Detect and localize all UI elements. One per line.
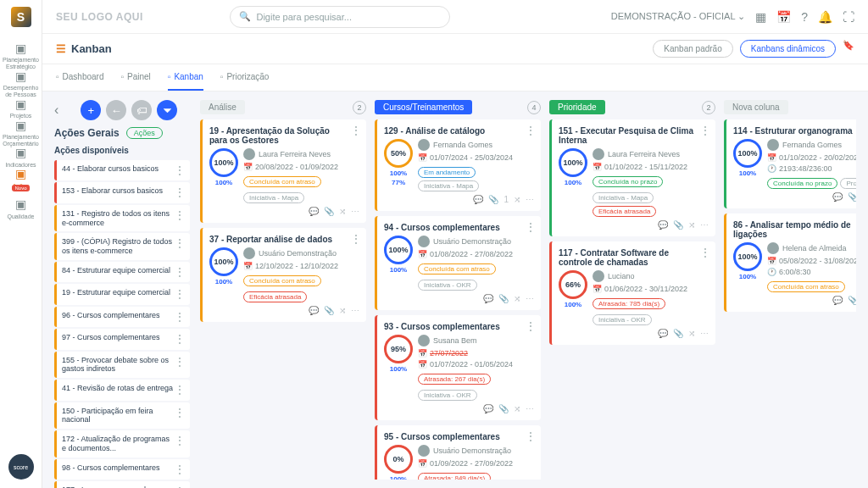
tab[interactable]: ▫Dashboard: [56, 64, 103, 91]
action-item[interactable]: 131 - Registro de todos os itens e-comme…: [54, 205, 190, 232]
add-button[interactable]: +: [81, 100, 101, 120]
comment-icon[interactable]: 💬: [309, 306, 319, 315]
sidebar-item[interactable]: ▣Planejamento Orçamentário: [0, 119, 42, 147]
account-selector[interactable]: DEMONSTRAÇÃO - OFICIAL ⌄: [611, 11, 745, 22]
fullscreen-icon[interactable]: ⛶: [843, 10, 854, 24]
attach-icon[interactable]: 📎: [498, 404, 509, 413]
kanban-card[interactable]: ⋮114 - Estruturar organograma100%100%Fer…: [724, 119, 856, 208]
more-icon[interactable]: ⋮: [175, 333, 185, 345]
attach-icon[interactable]: 📎: [498, 294, 509, 303]
action-item[interactable]: 177 - Lançar programa de "escuta ativa"⋮: [54, 481, 190, 488]
comment-icon[interactable]: 💬: [483, 404, 493, 413]
more-icon[interactable]: ⋮: [175, 311, 185, 323]
sidebar-item[interactable]: ▣Planejamento Estratégico: [0, 42, 42, 70]
tab[interactable]: ▫Painel: [120, 64, 150, 91]
more-icon[interactable]: ⋯: [526, 294, 534, 303]
more-icon[interactable]: ⋮: [351, 125, 361, 136]
attach-icon[interactable]: 📎: [848, 296, 856, 305]
kanban-card[interactable]: ⋮117 - Contratar Software de controle de…: [549, 241, 715, 345]
more-icon[interactable]: ⋮: [175, 266, 185, 278]
kanban-card[interactable]: ⋮19 - Apresentação da Solução para os Ge…: [200, 119, 366, 223]
back-button[interactable]: ‹: [54, 103, 58, 118]
action-item[interactable]: 98 - Cursos complementares⋮: [54, 459, 190, 480]
attach-icon[interactable]: 📎: [324, 207, 334, 216]
sidebar-item[interactable]: Novo▣Qualidade: [0, 190, 42, 220]
action-item[interactable]: 44 - Elaborar cursos basicos⋮: [54, 160, 190, 180]
action-item[interactable]: 153 - Elaborar cursos basicos⋮: [54, 182, 190, 202]
comment-icon[interactable]: 💬: [832, 192, 843, 202]
more-icon[interactable]: ⋮: [175, 288, 185, 300]
action-item[interactable]: 172 - Atualização de programas e documen…: [54, 430, 190, 458]
attach-icon[interactable]: 📎: [673, 220, 683, 230]
more-icon[interactable]: ⋮: [175, 407, 185, 419]
action-item[interactable]: 399 - (CÓPIA) Registro de todos os itens…: [54, 233, 190, 260]
kanban-default-button[interactable]: Kanban padrão: [653, 40, 732, 58]
bookmark-icon[interactable]: 🔖: [843, 40, 854, 58]
more-icon[interactable]: ⋮: [175, 435, 185, 446]
tab[interactable]: ▫Priorização: [220, 64, 270, 91]
grid-icon[interactable]: ▦: [755, 10, 766, 24]
more-icon[interactable]: ⋮: [175, 237, 185, 249]
more-icon[interactable]: ⋯: [700, 220, 709, 230]
more-icon[interactable]: ⋮: [175, 164, 185, 176]
attach-icon[interactable]: 📎: [673, 329, 683, 338]
shuffle-icon[interactable]: ⤨: [514, 404, 520, 413]
calendar-icon[interactable]: 📅: [776, 10, 791, 24]
comment-icon[interactable]: 💬: [473, 195, 483, 204]
shuffle-icon[interactable]: ⤨: [688, 329, 695, 338]
action-item[interactable]: 155 - Provocar debate sobre os gastos in…: [54, 352, 190, 379]
notifications-icon[interactable]: 🔔: [818, 10, 832, 24]
kanban-card[interactable]: ⋮94 - Cursos complementares100%100%Usuár…: [375, 216, 541, 310]
kanban-card[interactable]: ⋮86 - Analisar tempo médio de ligações10…: [724, 214, 856, 312]
search-input[interactable]: 🔍 Digite para pesquisar...: [230, 6, 450, 28]
action-item[interactable]: 84 - Estruturar equipe comercial⋮: [54, 262, 190, 282]
tab[interactable]: ▫Kanban: [168, 64, 203, 91]
kanban-card[interactable]: ⋮93 - Cursos complementares95%100%Susana…: [375, 315, 541, 420]
action-item[interactable]: 41 - Revisão de rotas de entrega⋮: [54, 380, 190, 400]
more-icon[interactable]: ⋯: [526, 195, 534, 204]
more-icon[interactable]: ⋯: [351, 306, 359, 315]
sidebar-item[interactable]: ▣Desempenho de Pessoas: [0, 70, 42, 98]
comment-icon[interactable]: 💬: [658, 329, 668, 338]
more-icon[interactable]: ⋮: [175, 186, 185, 198]
more-icon[interactable]: ⋯: [351, 207, 359, 216]
more-icon[interactable]: ⋯: [700, 329, 709, 338]
nav-back-button[interactable]: ←: [106, 100, 126, 120]
kanban-card[interactable]: ⋮129 - Análise de catálogo50%100%77%Fern…: [375, 119, 541, 211]
action-item[interactable]: 150 - Participação em feira nacional⋮: [54, 402, 190, 430]
more-icon[interactable]: ⋮: [526, 221, 536, 233]
attach-icon[interactable]: 📎: [488, 195, 498, 204]
comment-icon[interactable]: 💬: [658, 220, 668, 230]
filter-button[interactable]: ⏷: [157, 100, 177, 120]
more-icon[interactable]: ⋮: [351, 233, 361, 245]
action-item[interactable]: 19 - Estruturar equipe comercial⋮: [54, 284, 190, 304]
shuffle-icon[interactable]: ⤨: [514, 294, 520, 303]
shuffle-icon[interactable]: ⤨: [514, 195, 520, 204]
action-item[interactable]: 96 - Cursos complementares⋮: [54, 307, 190, 327]
more-icon[interactable]: ⋮: [175, 384, 185, 396]
kanban-card[interactable]: ⋮151 - Executar Pesquisa de Clima Intern…: [549, 119, 715, 236]
more-icon[interactable]: ⋯: [526, 404, 534, 413]
tag-button[interactable]: 🏷: [131, 100, 152, 120]
kanban-dynamic-button[interactable]: Kanbans dinâmicos: [740, 40, 836, 58]
more-icon[interactable]: ⋮: [700, 125, 710, 136]
kanban-card[interactable]: ⋮95 - Cursos complementares0%100%Usuário…: [375, 425, 541, 480]
attach-icon[interactable]: 📎: [848, 192, 856, 202]
sidebar-item[interactable]: ▣Indicadores: [0, 147, 42, 168]
more-icon[interactable]: ⋮: [526, 320, 536, 332]
shuffle-icon[interactable]: ⤨: [339, 306, 346, 315]
comment-icon[interactable]: 💬: [832, 296, 843, 305]
more-icon[interactable]: ⋮: [526, 125, 536, 136]
kanban-card[interactable]: ⋮37 - Reportar análise de dados100%100%U…: [200, 228, 366, 322]
more-icon[interactable]: ⋮: [175, 209, 185, 221]
more-icon[interactable]: ⋮: [175, 356, 185, 368]
comment-icon[interactable]: 💬: [483, 294, 493, 303]
more-icon[interactable]: ⋮: [526, 430, 536, 442]
comment-icon[interactable]: 💬: [309, 207, 319, 216]
sidebar-item[interactable]: ▣Projetos: [0, 98, 42, 119]
action-item[interactable]: 97 - Cursos complementares⋮: [54, 329, 190, 349]
shuffle-icon[interactable]: ⤨: [339, 207, 346, 216]
help-icon[interactable]: ?: [801, 10, 808, 24]
attach-icon[interactable]: 📎: [324, 306, 334, 315]
more-icon[interactable]: ⋮: [700, 247, 710, 258]
